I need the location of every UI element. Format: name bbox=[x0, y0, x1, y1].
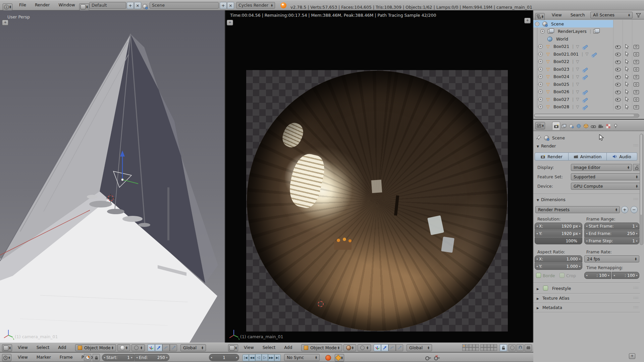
expand-icon[interactable]: + bbox=[538, 52, 543, 56]
jump-to-end-button[interactable]: ▶| bbox=[274, 354, 281, 361]
mode-dropdown[interactable]: Object Mode▲▼ bbox=[301, 344, 342, 351]
expand-icon[interactable]: + bbox=[538, 67, 543, 71]
stepper-left-icon[interactable]: ◂ bbox=[612, 274, 616, 277]
transform-orientation-dropdown[interactable]: Global▲▼ bbox=[180, 344, 206, 351]
selectability-cursor-icon[interactable] bbox=[625, 89, 629, 94]
editor-type-button[interactable]: ▲▼ bbox=[2, 344, 12, 352]
lock-to-scene-button[interactable] bbox=[500, 344, 507, 351]
expand-icon[interactable]: + bbox=[538, 89, 543, 94]
timeline-end-slider[interactable]: ◂End: 250▸ bbox=[135, 354, 169, 361]
panel-grip-icon[interactable]: ········ bbox=[634, 306, 639, 309]
selectability-cursor-icon[interactable] bbox=[625, 67, 629, 71]
outliner-hscrollbar[interactable] bbox=[534, 114, 639, 118]
audio-button[interactable]: Audio bbox=[607, 153, 637, 161]
renderability-camera-icon[interactable] bbox=[634, 75, 639, 80]
expand-icon[interactable]: + bbox=[538, 44, 543, 49]
stepper-right-icon[interactable]: ▸ bbox=[635, 225, 639, 228]
rotate-manipulator-button[interactable] bbox=[162, 344, 170, 351]
render-panel-header[interactable]: ▼Render bbox=[537, 143, 556, 148]
outliner-object-row[interactable]: + ▽ Box027 | ▽ bbox=[533, 96, 639, 103]
frame-rate-dropdown[interactable]: 24 fps▲▼ bbox=[584, 255, 639, 262]
menu-view[interactable]: View bbox=[240, 343, 258, 352]
menu-render[interactable]: Render bbox=[31, 0, 54, 10]
play-button[interactable]: ▷ bbox=[262, 354, 268, 361]
stepper-left-icon[interactable]: ◂ bbox=[585, 239, 589, 242]
proportional-edit-button[interactable] bbox=[508, 344, 516, 351]
device-dropdown[interactable]: GPU Compute▲▼ bbox=[571, 183, 640, 190]
delete-keyframe-button[interactable]: ✕ bbox=[434, 355, 438, 360]
selectability-cursor-icon[interactable] bbox=[625, 97, 629, 102]
tab-constraints[interactable] bbox=[590, 123, 597, 131]
resolution-percentage-slider[interactable]: 100% bbox=[535, 237, 582, 244]
stepper-right-icon[interactable]: ▸ bbox=[165, 356, 169, 359]
stepper-right-icon[interactable]: ▸ bbox=[607, 274, 611, 277]
renderability-camera-icon[interactable] bbox=[634, 45, 639, 50]
viewport-3d-left[interactable]: User Persp + y (1) camera_main_01 bbox=[0, 10, 225, 343]
editor-type-button[interactable]: ▲▼ bbox=[535, 122, 545, 129]
expand-icon[interactable]: + bbox=[538, 74, 543, 79]
display-dropdown[interactable]: Image Editor▲▼ bbox=[571, 164, 632, 171]
renderability-camera-icon[interactable] bbox=[634, 105, 639, 110]
stepper-left-icon[interactable]: ◂ bbox=[535, 225, 539, 228]
add-preset-button[interactable]: + bbox=[621, 206, 628, 213]
translate-manipulator-button[interactable] bbox=[155, 344, 162, 351]
outliner-object-row[interactable]: + ▽ Box021 | ▽ bbox=[533, 43, 639, 50]
stepper-right-icon[interactable]: ▸ bbox=[635, 239, 639, 242]
manipulator-toggle-button[interactable] bbox=[374, 344, 381, 351]
outliner-object-row[interactable]: + ▽ Box028 | ▽ bbox=[533, 103, 639, 111]
resolution-y-slider[interactable]: ◂Y: 1920 px▸ bbox=[535, 230, 582, 237]
tab-physics[interactable] bbox=[612, 122, 619, 130]
tab-render-layers[interactable] bbox=[560, 122, 568, 130]
insert-keyframe-button[interactable] bbox=[425, 355, 429, 360]
tab-render[interactable] bbox=[552, 122, 560, 130]
stepper-right-icon[interactable]: ▸ bbox=[635, 232, 639, 235]
remove-preset-button[interactable]: − bbox=[631, 206, 638, 213]
expand-icon[interactable]: + bbox=[538, 97, 543, 102]
expand-icon[interactable]: + bbox=[538, 105, 543, 109]
layers-grid-2[interactable] bbox=[480, 344, 497, 351]
add-scene-button[interactable]: + bbox=[220, 2, 227, 9]
menu-marker[interactable]: Marker bbox=[33, 353, 55, 362]
menu-select[interactable]: Select bbox=[33, 343, 53, 352]
renderability-camera-icon[interactable] bbox=[634, 98, 639, 103]
visibility-eye-icon[interactable] bbox=[615, 75, 621, 80]
dimensions-panel-header[interactable]: ▼Dimensions bbox=[537, 197, 566, 202]
scale-manipulator-button[interactable] bbox=[170, 344, 177, 351]
border-checkbox[interactable] bbox=[536, 273, 541, 278]
visibility-eye-icon[interactable] bbox=[615, 82, 621, 87]
texture-atlas-panel-header[interactable]: ▶ Texture Atlas bbox=[537, 296, 570, 301]
render-presets-dropdown[interactable]: Render Presets▲▼ bbox=[535, 206, 620, 213]
pivot-point-dropdown[interactable]: ▲▼ bbox=[131, 344, 145, 351]
start-frame-slider[interactable]: ◂Start Frame: 1▸ bbox=[584, 223, 639, 230]
outliner-object-row[interactable]: + ▽ Box026 | ▽ bbox=[533, 88, 639, 96]
render-engine-dropdown[interactable]: Cycles Render▲▼ bbox=[236, 2, 275, 9]
outliner-object-row[interactable]: + ▽ Box024 | ▽ bbox=[533, 73, 639, 80]
play-reverse-button[interactable]: ◁ bbox=[255, 354, 262, 361]
stepper-left-icon[interactable]: ◂ bbox=[209, 356, 213, 359]
manipulator-toggle-button[interactable] bbox=[148, 344, 155, 351]
end-frame-slider[interactable]: ◂End Frame: 250▸ bbox=[584, 230, 639, 237]
translate-manipulator-button[interactable] bbox=[381, 344, 388, 351]
stepper-left-icon[interactable]: ◂ bbox=[135, 356, 139, 359]
remap-old-slider[interactable]: ◂: 100▸ bbox=[584, 272, 611, 279]
rotate-manipulator-button[interactable] bbox=[388, 344, 396, 351]
stepper-right-icon[interactable]: ▸ bbox=[578, 265, 582, 268]
crop-checkbox[interactable] bbox=[559, 273, 565, 278]
lock-interface-button[interactable] bbox=[633, 164, 640, 171]
add-layout-button[interactable]: + bbox=[127, 2, 134, 9]
outliner-object-row[interactable]: + ▽ Box025 | ▽ bbox=[533, 80, 639, 88]
next-keyframe-button[interactable]: ▶▶ bbox=[268, 354, 274, 361]
delete-scene-button[interactable]: × bbox=[227, 2, 234, 9]
current-frame-field[interactable]: ◂ 1 ▸ bbox=[209, 354, 239, 361]
snap-button[interactable] bbox=[517, 344, 524, 351]
tab-object-data[interactable] bbox=[597, 122, 604, 130]
selectability-cursor-icon[interactable] bbox=[625, 59, 629, 64]
screen-layout-field[interactable]: Default bbox=[89, 2, 126, 9]
stepper-left-icon[interactable]: ◂ bbox=[535, 257, 539, 260]
outliner-object-row[interactable]: + ▽ Box022 | ▽ bbox=[533, 58, 639, 65]
visibility-eye-icon[interactable] bbox=[615, 90, 621, 95]
aspect-x-slider[interactable]: ◂X: 1.000▸ bbox=[535, 255, 582, 262]
selectability-cursor-icon[interactable] bbox=[625, 52, 629, 56]
panel-grip-icon[interactable]: ········ bbox=[634, 144, 639, 147]
toolshelf-expand-icon[interactable]: + bbox=[2, 20, 8, 25]
